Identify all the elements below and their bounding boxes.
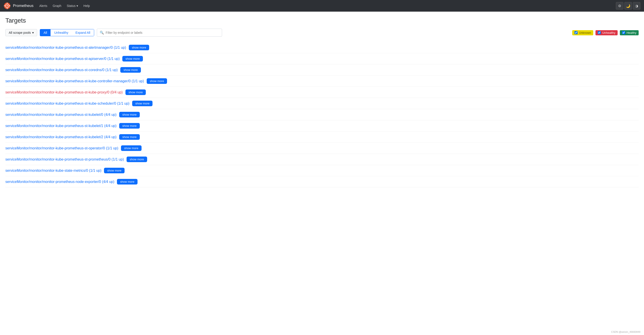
target-item: serviceMonitor/monitor/monitor-kube-prom… [5, 42, 639, 53]
nav-alerts[interactable]: Alerts [37, 3, 50, 9]
tab-all[interactable]: All [40, 29, 51, 36]
nav-graph[interactable]: Graph [50, 3, 64, 9]
target-link[interactable]: serviceMonitor/monitor/monitor-kube-prom… [5, 46, 126, 50]
toolbar: All scrape pools ▾ All Unhealthy Expand … [5, 28, 639, 37]
target-item: serviceMonitor/monitor/monitor-kube-prom… [5, 64, 639, 76]
target-item: serviceMonitor/monitor/monitor-kube-stat… [5, 165, 639, 176]
target-link[interactable]: serviceMonitor/monitor/monitor-kube-prom… [5, 113, 116, 117]
unknown-checkbox[interactable] [574, 31, 578, 34]
main-content: Targets All scrape pools ▾ All Unhealthy… [0, 12, 644, 196]
target-item: serviceMonitor/monitor/monitor-prometheu… [5, 176, 639, 188]
show-more-button[interactable]: show more [121, 145, 142, 151]
target-item: serviceMonitor/monitor/monitor-kube-prom… [5, 154, 639, 165]
target-item: serviceMonitor/monitor/monitor-kube-prom… [5, 98, 639, 109]
target-item: serviceMonitor/monitor/monitor-kube-prom… [5, 132, 639, 143]
tab-expand-all[interactable]: Expand All [72, 29, 94, 36]
status-filters: Unknown Unhealthy Healthy [572, 30, 639, 35]
target-link[interactable]: serviceMonitor/monitor/monitor-kube-stat… [5, 168, 101, 173]
filter-tabs: All Unhealthy Expand All [40, 29, 94, 36]
search-icon: 🔍 [100, 31, 104, 35]
navbar-brand-label: Prometheus [13, 4, 34, 8]
target-link[interactable]: serviceMonitor/monitor/monitor-kube-prom… [5, 158, 124, 162]
nav-status-dropdown[interactable]: Status ▾ [64, 3, 80, 9]
show-more-button[interactable]: show more [104, 168, 124, 173]
healthy-checkbox[interactable] [622, 31, 625, 34]
target-item: serviceMonitor/monitor/monitor-kube-prom… [5, 76, 639, 87]
show-more-button[interactable]: show more [147, 78, 167, 84]
show-more-button[interactable]: show more [126, 156, 147, 162]
target-link[interactable]: serviceMonitor/monitor/monitor-prometheu… [5, 180, 114, 184]
show-more-button[interactable]: show more [129, 45, 149, 50]
show-more-button[interactable]: show more [126, 90, 146, 95]
search-box: 🔍 [97, 28, 222, 37]
search-input[interactable] [106, 31, 219, 34]
target-item: serviceMonitor/monitor/monitor-kube-prom… [5, 109, 639, 120]
svg-point-2 [7, 5, 8, 6]
navbar: Prometheus Alerts Graph Status ▾ Help ⚙ … [0, 0, 644, 12]
target-item: serviceMonitor/monitor/monitor-kube-prom… [5, 87, 639, 98]
tab-unhealthy[interactable]: Unhealthy [50, 29, 72, 36]
scrape-pools-label: All scrape pools [9, 31, 31, 34]
unhealthy-checkbox[interactable] [598, 31, 601, 34]
target-item: serviceMonitor/monitor/monitor-kube-prom… [5, 53, 639, 64]
show-more-button[interactable]: show more [119, 123, 140, 128]
show-more-button[interactable]: show more [119, 112, 140, 118]
navbar-icons: ⚙ 🌙 ◑ [616, 2, 640, 10]
target-link[interactable]: serviceMonitor/monitor/monitor-kube-prom… [5, 124, 116, 128]
unknown-label: Unknown [579, 31, 591, 34]
target-list: serviceMonitor/monitor/monitor-kube-prom… [5, 42, 639, 188]
scrape-pools-chevron-icon: ▾ [32, 31, 34, 34]
navbar-brand[interactable]: Prometheus [4, 2, 34, 10]
prometheus-logo-icon [4, 2, 11, 10]
target-item: serviceMonitor/monitor/monitor-kube-prom… [5, 143, 639, 154]
target-link[interactable]: serviceMonitor/monitor/monitor-kube-prom… [5, 68, 118, 72]
target-link[interactable]: serviceMonitor/monitor/monitor-kube-prom… [5, 135, 116, 139]
status-unknown-filter[interactable]: Unknown [572, 30, 593, 35]
show-more-button[interactable]: show more [119, 134, 140, 140]
nav-links: Alerts Graph Status ▾ Help [37, 3, 92, 9]
unhealthy-label: Unhealthy [602, 31, 616, 34]
target-link[interactable]: serviceMonitor/monitor/monitor-kube-prom… [5, 102, 130, 106]
settings-icon-btn[interactable]: ⚙ [616, 2, 624, 10]
healthy-label: Healthy [626, 31, 636, 34]
scrape-pools-button[interactable]: All scrape pools ▾ [5, 29, 37, 36]
target-link[interactable]: serviceMonitor/monitor/monitor-kube-prom… [5, 90, 123, 94]
target-link[interactable]: serviceMonitor/monitor/monitor-kube-prom… [5, 146, 118, 150]
target-link[interactable]: serviceMonitor/monitor/monitor-kube-prom… [5, 57, 120, 61]
page-title: Targets [5, 17, 639, 24]
target-link[interactable]: serviceMonitor/monitor/monitor-kube-prom… [5, 79, 144, 83]
target-item: serviceMonitor/monitor/monitor-kube-prom… [5, 120, 639, 132]
contrast-icon-btn[interactable]: ◑ [633, 2, 640, 10]
show-more-button[interactable]: show more [132, 101, 153, 106]
dark-mode-icon-btn[interactable]: 🌙 [624, 2, 632, 10]
status-healthy-filter[interactable]: Healthy [620, 30, 639, 35]
show-more-button[interactable]: show more [117, 179, 138, 184]
show-more-button[interactable]: show more [120, 67, 141, 73]
chevron-down-icon: ▾ [76, 4, 78, 8]
status-unhealthy-filter[interactable]: Unhealthy [596, 30, 618, 35]
nav-help[interactable]: Help [81, 3, 92, 9]
show-more-button[interactable]: show more [122, 56, 143, 62]
